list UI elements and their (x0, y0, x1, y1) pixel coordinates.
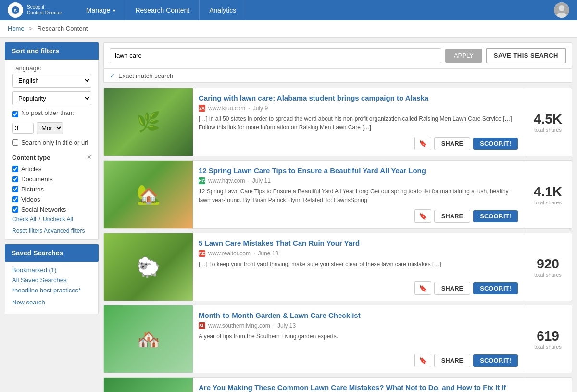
content-area: APPLY SAVE THIS SEARCH ✓ Exact match sea… (103, 42, 572, 392)
check-all-links: Check All / Uncheck All (12, 216, 91, 223)
article-body: 12 Spring Lawn Care Tips to Ensure a Bea… (193, 161, 524, 228)
article-actions: 🔖 SHARE SCOOP.IT! (199, 281, 518, 295)
share-button[interactable]: SHARE (434, 137, 471, 150)
breadcrumb-current: Research Content (38, 25, 88, 32)
no-post-value-row: Month Week Day (12, 122, 91, 134)
source-icon: RE (199, 250, 205, 257)
article-title[interactable]: 12 Spring Lawn Care Tips to Ensure a Bea… (199, 166, 518, 175)
filter-actions: Reset filters Advanced filters (12, 228, 91, 234)
article-card: 🌿 Caring with lawn care; Alabama student… (103, 88, 572, 156)
nav-manage[interactable]: Manage ▾ (76, 0, 126, 20)
svg-text:S: S (14, 8, 17, 13)
svg-point-3 (559, 5, 564, 11)
source-icon: HG (199, 177, 205, 184)
sort-filters-header: Sort and filters (5, 42, 99, 60)
articles-checkbox[interactable] (12, 166, 18, 172)
article-excerpt: 12 Spring Lawn Care Tips to Ensure a Bea… (199, 187, 518, 204)
article-excerpt: […] in all 50 states in order to spread … (199, 114, 518, 132)
breadcrumb: Home > Research Content (0, 20, 577, 38)
all-saved-link[interactable]: All Saved Searches (12, 277, 91, 284)
share-button[interactable]: SHARE (434, 210, 471, 223)
close-icon[interactable]: × (87, 153, 91, 162)
article-body: Month-to-Month Garden & Lawn Care Checkl… (193, 305, 524, 373)
article-body: Caring with lawn care; Alabama student b… (193, 88, 524, 156)
logo: S Scoop.it Content Director (8, 2, 62, 18)
bookmark-button[interactable]: 🔖 (414, 209, 431, 223)
bookmark-button[interactable]: 🔖 (414, 354, 431, 367)
avatar[interactable] (554, 2, 569, 18)
content-type-videos: Videos (12, 196, 91, 203)
header: S Scoop.it Content Director Manage ▾ Res… (0, 0, 577, 20)
pictures-checkbox[interactable] (12, 186, 18, 192)
language-select[interactable]: English French Spanish (12, 74, 91, 88)
article-meta: HG www.hgtv.com · July 11 (199, 177, 518, 184)
article-meta: 2A www.ktuu.com · July 9 (199, 105, 518, 112)
article-title[interactable]: Month-to-Month Garden & Lawn Care Checkl… (199, 311, 518, 319)
breadcrumb-home[interactable]: Home (8, 25, 25, 32)
chevron-down-icon: ▾ (113, 8, 115, 13)
title-search-checkbox[interactable] (12, 139, 18, 146)
nav-research-content[interactable]: Research Content (125, 0, 200, 20)
saved-searches-header: Saved Searches (5, 244, 99, 262)
share-button[interactable]: SHARE (434, 354, 471, 367)
article-title[interactable]: 5 Lawn Care Mistakes That Can Ruin Your … (199, 239, 518, 247)
apply-button[interactable]: APPLY (445, 49, 482, 63)
advanced-filters-link[interactable]: Advanced filters (44, 228, 85, 234)
article-actions: 🔖 SHARE SCOOP.IT! (199, 209, 518, 223)
search-input[interactable] (110, 48, 441, 63)
article-shares: 920 total shares (524, 233, 572, 301)
article-card: 🐑 5 Lawn Care Mistakes That Can Ruin You… (103, 233, 572, 301)
article-title[interactable]: Caring with lawn care; Alabama student b… (199, 94, 518, 102)
sort-filter: Popularity Date Relevance (12, 91, 91, 105)
no-post-unit-select[interactable]: Month Week Day (37, 122, 63, 134)
article-shares: 414 total shares (524, 378, 572, 392)
article-card: 🌲 Are You Making These Common Lawn Care … (103, 377, 572, 392)
title-search-filter: Search only in title or url (12, 139, 91, 146)
article-body: Are You Making These Common Lawn Care Mi… (193, 378, 524, 392)
social-checkbox[interactable] (12, 206, 18, 213)
article-actions: 🔖 SHARE SCOOP.IT! (199, 137, 518, 150)
scoop-button[interactable]: SCOOP.IT! (473, 138, 518, 150)
bookmark-button[interactable]: 🔖 (414, 137, 431, 150)
article-list: 🌿 Caring with lawn care; Alabama student… (103, 88, 572, 392)
article-title[interactable]: Are You Making These Common Lawn Care Mi… (199, 383, 518, 392)
reset-filters-link[interactable]: Reset filters (12, 228, 42, 234)
content-type-documents: Documents (12, 176, 91, 183)
article-card: 🏘️ Month-to-Month Garden & Lawn Care Che… (103, 305, 572, 373)
logo-text: Scoop.it Content Director (27, 4, 62, 16)
saved-searches-section: Saved Searches Bookmarked (1) All Saved … (5, 244, 99, 314)
no-post-number[interactable] (12, 123, 34, 134)
content-type-header: Content type × (12, 153, 91, 162)
article-actions: 🔖 SHARE SCOOP.IT! (199, 354, 518, 367)
content-type-pictures: Pictures (12, 186, 91, 193)
videos-checkbox[interactable] (12, 196, 18, 202)
language-filter: Language: English French Spanish (12, 64, 91, 88)
nav-analytics[interactable]: Analytics (200, 0, 246, 20)
share-button[interactable]: SHARE (434, 282, 471, 295)
article-shares: 4.1K total shares (524, 161, 572, 228)
article-image: 🏡 (104, 161, 193, 228)
new-search-link[interactable]: New search (12, 299, 91, 306)
search-bar: APPLY SAVE THIS SEARCH (103, 42, 572, 69)
article-excerpt: […] To keep your front yard thriving, ma… (199, 260, 518, 277)
source-icon: 2A (199, 105, 205, 112)
documents-checkbox[interactable] (12, 176, 18, 182)
no-post-filter: No post older than: (12, 109, 91, 119)
uncheck-all-link[interactable]: Uncheck All (43, 216, 73, 223)
scoop-button[interactable]: SCOOP.IT! (473, 354, 518, 367)
sort-select[interactable]: Popularity Date Relevance (12, 91, 91, 105)
bookmark-button[interactable]: 🔖 (414, 281, 431, 295)
scoop-button[interactable]: SCOOP.IT! (473, 282, 518, 294)
article-body: 5 Lawn Care Mistakes That Can Ruin Your … (193, 233, 524, 301)
headline-search-link[interactable]: *headline best practices* (12, 287, 91, 294)
main-layout: Sort and filters Language: English Frenc… (0, 38, 577, 392)
scoop-button[interactable]: SCOOP.IT! (473, 210, 518, 222)
save-search-button[interactable]: SAVE THIS SEARCH (486, 48, 566, 63)
bookmarked-link[interactable]: Bookmarked (1) (12, 266, 91, 274)
check-all-link[interactable]: Check All (12, 216, 36, 223)
exact-match-row: ✓ Exact match search (103, 69, 572, 83)
source-icon: SL (199, 322, 205, 329)
article-image: 🏘️ (104, 305, 193, 373)
sort-filters-section: Sort and filters Language: English Frenc… (5, 42, 99, 240)
no-post-checkbox[interactable] (12, 111, 18, 117)
